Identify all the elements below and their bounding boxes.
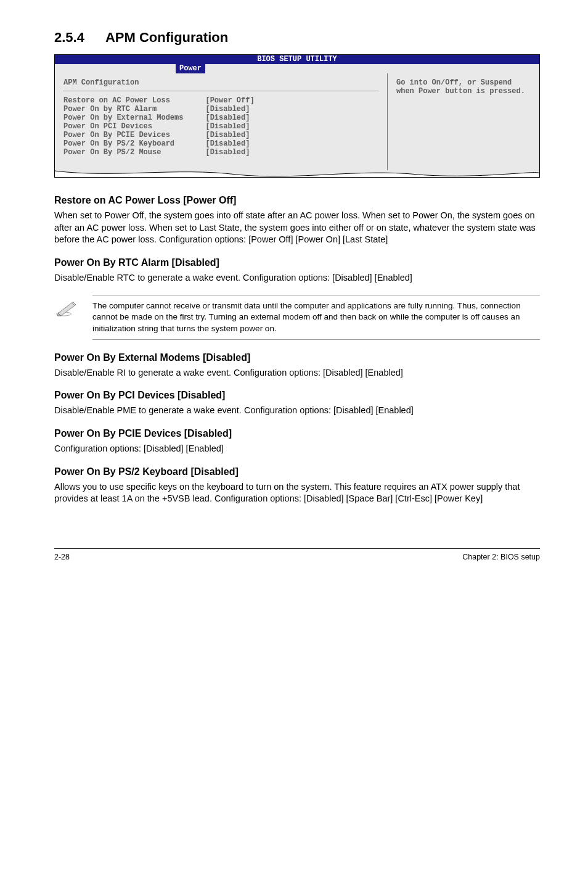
bios-config-row: Power On By PCIE Devices [Disabled] [63,131,378,139]
section-title: APM Configuration [105,30,228,45]
section-number: 2.5.4 [54,30,84,46]
page-number: 2-28 [54,553,70,561]
chapter-label: Chapter 2: BIOS setup [462,553,540,561]
pencil-note-icon [55,295,78,320]
bios-header: BIOS SETUP UTILITY [55,55,539,64]
bios-tab-power: Power [176,64,205,73]
bios-config-row: Power On PCI Devices [Disabled] [63,122,378,131]
section-heading: 2.5.4APM Configuration [54,30,540,46]
subsection-heading: Power On By PS/2 Keyboard [Disabled] [54,466,540,477]
note-text: The computer cannot receive or transmit … [92,295,540,340]
bios-panel: BIOS SETUP UTILITY Power APM Configurati… [54,54,540,178]
subsection-body: When set to Power Off, the system goes i… [54,210,540,246]
subsection-heading: Power On By PCIE Devices [Disabled] [54,428,540,439]
subsection-body: Allows you to use specific keys on the k… [54,481,540,505]
bios-config-row: Power On by RTC Alarm [Disabled] [63,105,378,113]
subsection-heading: Restore on AC Power Loss [Power Off] [54,195,540,206]
bios-config-row: Power On By PS/2 Keyboard [Disabled] [63,139,378,148]
subsection-heading: Power On By RTC Alarm [Disabled] [54,257,540,268]
bios-torn-edge [55,170,539,177]
bios-divider [63,91,378,91]
bios-left-pane: APM Configuration Restore on AC Power Lo… [55,73,388,170]
bios-config-row: Power On By PS/2 Mouse [Disabled] [63,148,378,157]
subsection-heading: Power On By External Modems [Disabled] [54,352,540,363]
bios-config-row: Restore on AC Power Loss [Power Off] [63,96,378,105]
subsection-heading: Power On By PCI Devices [Disabled] [54,390,540,401]
bios-header-title: BIOS SETUP UTILITY [257,55,337,64]
note-block: The computer cannot receive or transmit … [54,295,540,340]
bios-config-row: Power On by External Modems [Disabled] [63,113,378,122]
subsection-body: Configuration options: [Disabled] [Enabl… [54,443,540,455]
bios-help-pane: Go into On/Off, or Suspend when Power bu… [388,73,539,170]
subsection-body: Disable/Enable RTC to generate a wake ev… [54,272,540,284]
subsection-body: Disable/Enable PME to generate a wake ev… [54,405,540,417]
page-footer: 2-28 Chapter 2: BIOS setup [54,548,540,561]
bios-pane-title: APM Configuration [63,78,378,87]
subsection-body: Disable/Enable RI to generate a wake eve… [54,367,540,379]
